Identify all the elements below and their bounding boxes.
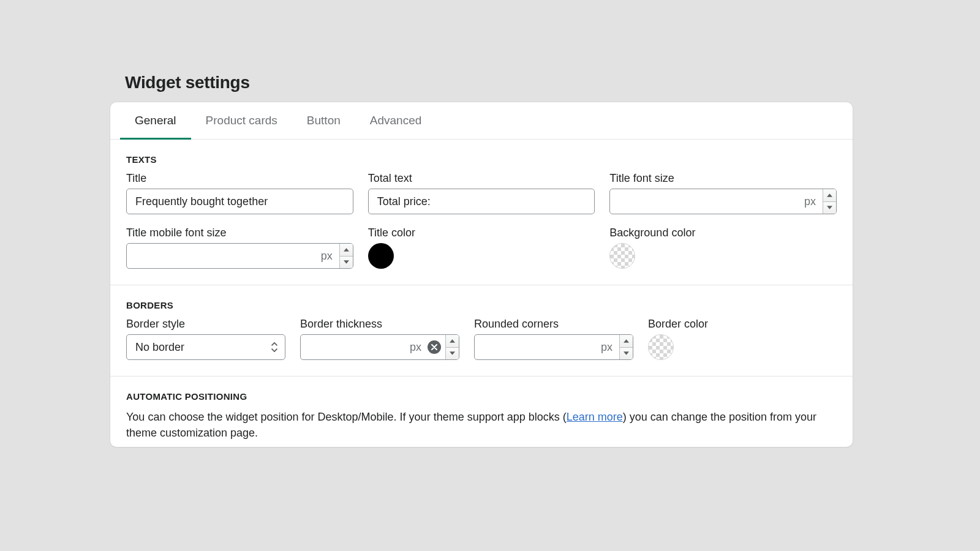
- spinner-down-button[interactable]: [446, 348, 459, 360]
- title-fontsize-input[interactable]: [609, 189, 837, 214]
- spinner-up-button[interactable]: [446, 335, 459, 348]
- title-color-label: Title color: [368, 227, 595, 239]
- spinner-up-button[interactable]: [340, 244, 353, 257]
- border-style-select[interactable]: No border: [126, 334, 285, 360]
- border-color-swatch[interactable]: [648, 334, 674, 360]
- title-mobile-fontsize-label: Title mobile font size: [126, 227, 353, 239]
- section-borders: BORDERS Border style No border Border th…: [110, 285, 853, 377]
- spinner-down-button[interactable]: [620, 348, 633, 360]
- title-color-swatch[interactable]: [368, 243, 394, 269]
- section-texts: TEXTS Title Total text Title font size p…: [110, 140, 853, 285]
- section-heading-positioning: AUTOMATIC POSITIONING: [126, 391, 837, 402]
- rounded-corners-input[interactable]: [474, 334, 633, 360]
- section-positioning: AUTOMATIC POSITIONING You can choose the…: [110, 377, 853, 447]
- caret-up-icon: [827, 193, 832, 197]
- title-fontsize-label: Title font size: [609, 172, 837, 185]
- tab-general[interactable]: General: [120, 103, 191, 140]
- background-color-swatch[interactable]: [609, 243, 635, 269]
- spinner-down-button[interactable]: [340, 257, 353, 269]
- positioning-body-prefix: You can choose the widget position for D…: [126, 411, 567, 423]
- positioning-body: You can choose the widget position for D…: [126, 409, 837, 441]
- tabs: General Product cards Button Advanced: [110, 102, 853, 140]
- learn-more-link[interactable]: Learn more: [567, 411, 623, 423]
- background-color-label: Background color: [609, 227, 837, 239]
- total-text-input[interactable]: [368, 189, 595, 214]
- caret-up-icon: [624, 339, 629, 343]
- section-heading-texts: TEXTS: [126, 154, 837, 165]
- spinner-up-button[interactable]: [620, 335, 633, 348]
- clear-button[interactable]: [428, 340, 441, 354]
- rounded-corners-label: Rounded corners: [474, 318, 633, 331]
- total-text-label: Total text: [368, 172, 595, 185]
- caret-down-icon: [624, 351, 629, 355]
- title-label: Title: [126, 172, 353, 185]
- spinner-up-button[interactable]: [823, 189, 836, 202]
- tab-button[interactable]: Button: [292, 103, 355, 140]
- caret-up-icon: [344, 248, 349, 252]
- caret-up-icon: [450, 339, 455, 343]
- title-input[interactable]: [126, 189, 353, 214]
- settings-card: General Product cards Button Advanced TE…: [110, 102, 853, 447]
- border-color-label: Border color: [648, 318, 837, 331]
- page-title: Widget settings: [125, 73, 853, 92]
- border-style-label: Border style: [126, 318, 285, 331]
- caret-down-icon: [827, 206, 832, 209]
- spinner-down-button[interactable]: [823, 202, 836, 214]
- border-thickness-label: Border thickness: [300, 318, 459, 331]
- tab-product-cards[interactable]: Product cards: [191, 103, 292, 140]
- close-icon: [431, 344, 437, 350]
- section-heading-borders: BORDERS: [126, 300, 837, 310]
- caret-down-icon: [344, 260, 349, 264]
- caret-down-icon: [450, 351, 455, 355]
- title-mobile-fontsize-input[interactable]: [126, 243, 353, 269]
- tab-advanced[interactable]: Advanced: [355, 103, 437, 140]
